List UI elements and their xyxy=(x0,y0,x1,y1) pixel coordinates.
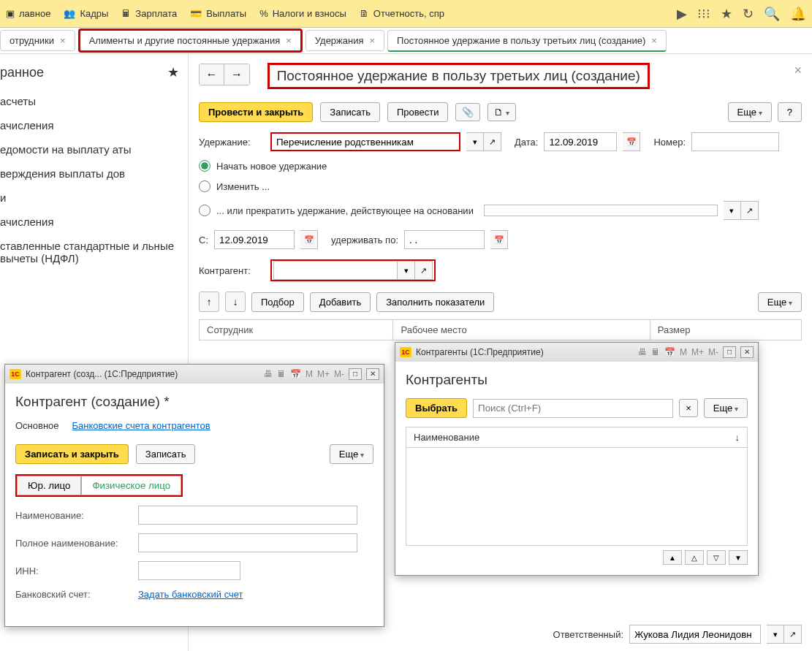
dropdown-icon[interactable]: ▾ xyxy=(767,625,784,644)
print-icon[interactable]: 🖶 xyxy=(638,347,647,357)
clear-search-button[interactable]: × xyxy=(679,399,698,417)
m-icon[interactable]: M xyxy=(306,369,313,379)
open-icon[interactable]: ↗ xyxy=(484,132,501,151)
col-amount[interactable]: Размер xyxy=(650,320,801,340)
open-icon[interactable]: ↗ xyxy=(415,261,433,280)
calc-icon[interactable]: 🖩 xyxy=(277,369,286,379)
scroll-up-button[interactable]: △ xyxy=(685,550,704,565)
sidebar-item[interactable]: ачисления xyxy=(0,210,188,234)
report-dropdown-button[interactable]: 🗋 xyxy=(487,103,516,121)
tab-aliments[interactable]: Алименты и другие постоянные удержания× xyxy=(78,28,303,53)
responsible-input[interactable] xyxy=(629,625,761,644)
maximize-icon[interactable]: □ xyxy=(349,368,362,380)
search-input[interactable] xyxy=(473,399,673,418)
table-more-button[interactable]: Еще xyxy=(758,292,802,312)
m-plus-icon[interactable]: M+ xyxy=(691,347,704,357)
radio-change[interactable] xyxy=(199,180,210,192)
number-input[interactable] xyxy=(691,132,779,151)
tab-main[interactable]: Основное xyxy=(15,420,59,431)
fullname-input[interactable] xyxy=(138,533,357,552)
scroll-top-button[interactable]: ▲ xyxy=(663,550,682,565)
post-and-close-button[interactable]: Провести и закрыть xyxy=(199,102,313,122)
m-icon[interactable]: M xyxy=(680,347,687,357)
attach-button[interactable]: 📎 xyxy=(455,103,480,121)
maximize-icon[interactable]: □ xyxy=(723,346,736,358)
sort-icon[interactable]: ↓ xyxy=(735,432,740,443)
col-name[interactable]: Наименование xyxy=(414,432,479,443)
play-icon[interactable]: ▶ xyxy=(677,6,687,22)
sidebar-item[interactable]: и xyxy=(0,186,188,210)
close-icon[interactable]: × xyxy=(370,35,376,46)
sidebar-item[interactable]: ачисления xyxy=(0,113,188,137)
calc-icon[interactable]: 🖩 xyxy=(651,347,660,357)
save-button[interactable]: Записать xyxy=(136,444,196,464)
pick-button[interactable]: Подбор xyxy=(251,292,304,312)
counterparty-input[interactable] xyxy=(273,261,398,280)
toolbar-item-salary[interactable]: 🖩Зарплата xyxy=(121,8,177,19)
star-icon[interactable]: ★ xyxy=(167,64,179,80)
tab-permanent-deduction[interactable]: Постоянное удержание в пользу третьих ли… xyxy=(387,30,667,52)
close-icon[interactable]: × xyxy=(286,35,292,46)
more-button[interactable]: Еще xyxy=(728,102,772,122)
name-input[interactable] xyxy=(138,506,357,525)
dropdown-icon[interactable]: ▾ xyxy=(724,201,741,220)
toolbar-item-reports[interactable]: 🗎Отчетность, спр xyxy=(360,8,444,19)
star-icon[interactable]: ★ xyxy=(721,6,732,22)
close-icon[interactable]: × xyxy=(794,63,802,78)
toolbar-item-hr[interactable]: 👥Кадры xyxy=(64,8,108,19)
select-button[interactable]: Выбрать xyxy=(406,398,467,418)
bell-icon[interactable]: 🔔 xyxy=(790,6,806,22)
nav-back-button[interactable]: ← xyxy=(200,64,224,85)
calendar-icon[interactable]: 📅 xyxy=(664,347,675,357)
close-icon[interactable]: ✕ xyxy=(740,346,754,358)
from-date-input[interactable] xyxy=(214,230,295,249)
radio-stop[interactable] xyxy=(199,205,210,216)
toolbar-item-main[interactable]: ▣лавное xyxy=(6,8,50,19)
legal-entity-button[interactable]: Юр. лицо xyxy=(17,476,81,495)
col-workplace[interactable]: Рабочее место xyxy=(393,320,650,340)
close-icon[interactable]: × xyxy=(651,35,657,46)
open-icon[interactable]: ↗ xyxy=(741,201,759,220)
m-plus-icon[interactable]: M+ xyxy=(317,369,330,379)
inn-input[interactable] xyxy=(138,561,240,580)
nav-forward-button[interactable]: → xyxy=(224,64,249,85)
print-icon[interactable]: 🖶 xyxy=(264,369,273,379)
dropdown-icon[interactable]: ▾ xyxy=(398,261,415,280)
close-icon[interactable]: ✕ xyxy=(366,368,379,380)
m-minus-icon[interactable]: M- xyxy=(708,347,718,357)
help-button[interactable]: ? xyxy=(778,102,802,122)
sidebar-item[interactable]: асчеты xyxy=(0,89,188,113)
save-button[interactable]: Записать xyxy=(320,102,380,122)
more-button[interactable]: Еще xyxy=(330,444,373,464)
tab-deductions[interactable]: Удержания× xyxy=(306,30,384,51)
set-bank-account-link[interactable]: Задать банковский счет xyxy=(138,589,243,600)
move-down-button[interactable]: ↓ xyxy=(225,292,246,312)
calendar-icon[interactable]: 📅 xyxy=(300,230,318,249)
post-button[interactable]: Провести xyxy=(387,102,449,122)
apps-icon[interactable]: ⁝⁝⁝ xyxy=(697,6,710,22)
tab-bank-accounts[interactable]: Банковские счета контрагентов xyxy=(72,420,210,431)
history-icon[interactable]: ↻ xyxy=(743,6,754,22)
tab-employees[interactable]: отрудники× xyxy=(0,30,75,51)
deduction-input[interactable] xyxy=(270,132,460,151)
calendar-icon[interactable]: 📅 xyxy=(490,230,508,249)
col-employee[interactable]: Сотрудник xyxy=(200,320,393,340)
move-up-button[interactable]: ↑ xyxy=(199,292,219,312)
search-icon[interactable]: 🔍 xyxy=(764,6,780,22)
radio-new[interactable] xyxy=(199,160,210,172)
date-input[interactable] xyxy=(544,132,617,151)
calendar-icon[interactable]: 📅 xyxy=(290,369,301,379)
sidebar-item[interactable]: ставленные стандартные и льные вычеты (Н… xyxy=(0,234,188,270)
save-and-close-button[interactable]: Записать и закрыть xyxy=(15,444,129,464)
until-date-input[interactable] xyxy=(404,230,485,249)
dropdown-icon[interactable]: ▾ xyxy=(466,132,484,151)
open-icon[interactable]: ↗ xyxy=(784,625,802,644)
scroll-bottom-button[interactable]: ▼ xyxy=(729,550,748,565)
toolbar-item-taxes[interactable]: %Налоги и взносы xyxy=(259,8,346,19)
m-minus-icon[interactable]: M- xyxy=(334,369,344,379)
add-button[interactable]: Добавить xyxy=(310,292,371,312)
more-button[interactable]: Еще xyxy=(704,398,748,418)
individual-button[interactable]: Физическое лицо xyxy=(81,476,181,495)
toolbar-item-payments[interactable]: 💳Выплаты xyxy=(190,8,246,19)
calendar-icon[interactable]: 📅 xyxy=(623,132,640,151)
